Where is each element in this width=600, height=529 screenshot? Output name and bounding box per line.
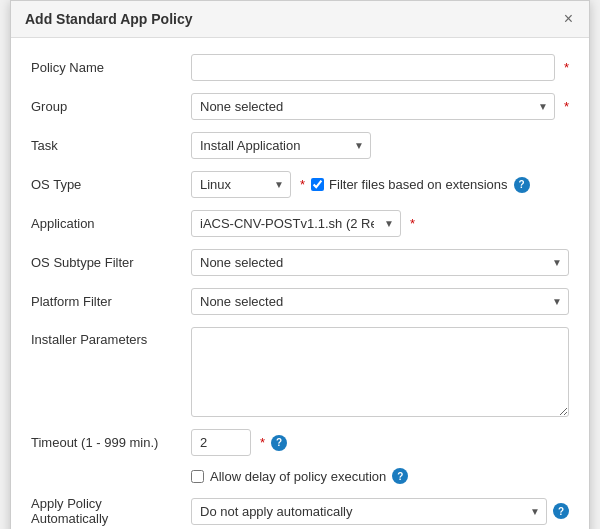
apply-policy-label: Apply Policy Automatically [31, 496, 191, 526]
task-select[interactable]: Install Application [191, 132, 371, 159]
os-type-row: OS Type Linux Windows macOS ▼ * Filter f… [31, 171, 569, 198]
installer-params-label: Installer Parameters [31, 327, 191, 347]
os-type-label: OS Type [31, 177, 191, 192]
task-row: Task Install Application ▼ [31, 132, 569, 159]
installer-params-row: Installer Parameters [31, 327, 569, 417]
installer-params-textarea[interactable] [191, 327, 569, 417]
platform-filter-select[interactable]: None selected [191, 288, 569, 315]
allow-delay-label: Allow delay of policy execution [210, 469, 386, 484]
allow-delay-checkbox[interactable] [191, 470, 204, 483]
os-subtype-row: OS Subtype Filter None selected ▼ [31, 249, 569, 276]
platform-filter-select-wrap: None selected ▼ [191, 288, 569, 315]
os-type-required: * [300, 177, 305, 192]
filter-label: Filter files based on extensions [329, 177, 507, 192]
dialog-header: Add Standard App Policy × [11, 1, 589, 38]
os-subtype-select[interactable]: None selected [191, 249, 569, 276]
timeout-input[interactable] [191, 429, 251, 456]
os-type-select-wrap: Linux Windows macOS ▼ [191, 171, 291, 198]
policy-name-input[interactable] [191, 54, 555, 81]
group-required: * [564, 99, 569, 114]
dialog-title: Add Standard App Policy [25, 11, 193, 27]
dialog-body: Policy Name * Group None selected ▼ * Ta… [11, 38, 589, 529]
platform-filter-row: Platform Filter None selected ▼ [31, 288, 569, 315]
group-select[interactable]: None selected [191, 93, 555, 120]
application-control: iACS-CNV-POSTv1.1.sh (2 Reposi ▼ * [191, 210, 569, 237]
filter-checkbox[interactable] [311, 178, 324, 191]
apply-policy-select-wrap: Do not apply automatically Apply automat… [191, 498, 547, 525]
policy-name-label: Policy Name [31, 60, 191, 75]
application-select[interactable]: iACS-CNV-POSTv1.1.sh (2 Reposi [191, 210, 401, 237]
task-select-wrap: Install Application ▼ [191, 132, 371, 159]
group-control: None selected ▼ * [191, 93, 569, 120]
policy-name-control: * [191, 54, 569, 81]
apply-policy-help-icon[interactable]: ? [553, 503, 569, 519]
group-row: Group None selected ▼ * [31, 93, 569, 120]
allow-delay-row: Allow delay of policy execution ? [191, 468, 569, 484]
os-subtype-control: None selected ▼ [191, 249, 569, 276]
platform-filter-control: None selected ▼ [191, 288, 569, 315]
installer-params-control [191, 327, 569, 417]
task-control: Install Application ▼ [191, 132, 569, 159]
task-label: Task [31, 138, 191, 153]
close-button[interactable]: × [562, 11, 575, 27]
os-type-select[interactable]: Linux Windows macOS [191, 171, 291, 198]
timeout-control: * ? [191, 429, 569, 456]
timeout-label: Timeout (1 - 999 min.) [31, 435, 191, 450]
application-label: Application [31, 216, 191, 231]
apply-policy-select[interactable]: Do not apply automatically Apply automat… [191, 498, 547, 525]
filter-help-icon[interactable]: ? [514, 177, 530, 193]
add-policy-dialog: Add Standard App Policy × Policy Name * … [10, 0, 590, 529]
os-subtype-label: OS Subtype Filter [31, 255, 191, 270]
group-label: Group [31, 99, 191, 114]
os-subtype-select-wrap: None selected ▼ [191, 249, 569, 276]
group-select-wrap: None selected ▼ [191, 93, 555, 120]
platform-filter-label: Platform Filter [31, 294, 191, 309]
timeout-row: Timeout (1 - 999 min.) * ? [31, 429, 569, 456]
timeout-required: * [260, 435, 265, 450]
apply-policy-control: Do not apply automatically Apply automat… [191, 498, 569, 525]
application-required: * [410, 216, 415, 231]
filter-checkbox-wrap: Filter files based on extensions [311, 177, 507, 192]
application-select-wrap: iACS-CNV-POSTv1.1.sh (2 Reposi ▼ [191, 210, 401, 237]
os-type-control: Linux Windows macOS ▼ * Filter files bas… [191, 171, 569, 198]
policy-name-row: Policy Name * [31, 54, 569, 81]
policy-name-required: * [564, 60, 569, 75]
application-row: Application iACS-CNV-POSTv1.1.sh (2 Repo… [31, 210, 569, 237]
allow-delay-help-icon[interactable]: ? [392, 468, 408, 484]
apply-policy-row: Apply Policy Automatically Do not apply … [31, 496, 569, 526]
timeout-help-icon[interactable]: ? [271, 435, 287, 451]
